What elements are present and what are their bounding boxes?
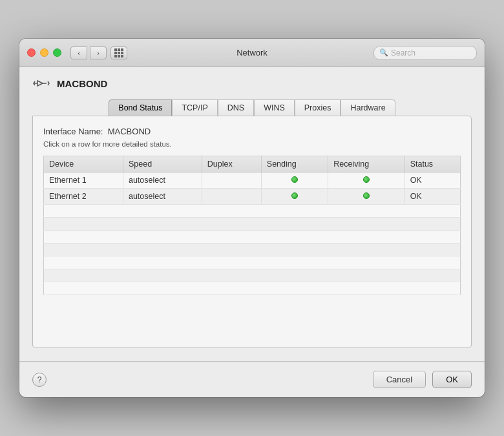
duplex-cell bbox=[202, 189, 261, 205]
tab-tcp-ip[interactable]: TCP/IP bbox=[172, 99, 217, 116]
empty-row bbox=[44, 244, 461, 256]
status-cell: OK bbox=[404, 172, 460, 189]
maximize-button[interactable] bbox=[53, 48, 61, 57]
empty-row bbox=[44, 282, 461, 295]
receiving-cell bbox=[328, 189, 404, 205]
cancel-button[interactable]: Cancel bbox=[373, 371, 426, 388]
main-window: ‹ › Network 🔍 Search bbox=[19, 39, 485, 397]
forward-button[interactable]: › bbox=[90, 47, 107, 59]
titlebar: ‹ › Network 🔍 Search bbox=[19, 39, 485, 67]
table-header-row: Device Speed Duplex Sending Receiving St… bbox=[44, 156, 461, 172]
tab-wins[interactable]: WINS bbox=[254, 99, 295, 116]
interface-header: MACBOND bbox=[32, 78, 472, 89]
search-placeholder: Search bbox=[391, 48, 415, 57]
svg-marker-0 bbox=[37, 81, 43, 86]
interface-name: MACBOND bbox=[57, 78, 107, 89]
receiving-indicator bbox=[363, 192, 370, 199]
nav-buttons: ‹ › bbox=[70, 47, 107, 59]
table-row[interactable]: Ethernet 1 autoselect OK bbox=[44, 172, 461, 189]
empty-row bbox=[44, 231, 461, 244]
sending-cell bbox=[261, 172, 328, 189]
sending-cell bbox=[261, 189, 328, 205]
close-button[interactable] bbox=[27, 48, 36, 57]
ok-button[interactable]: OK bbox=[432, 371, 472, 388]
panel: Interface Name: MACBOND Click on a row f… bbox=[32, 116, 472, 348]
speed-cell: autoselect bbox=[123, 189, 202, 205]
sending-indicator bbox=[291, 176, 298, 183]
col-status: Status bbox=[404, 156, 460, 172]
sending-indicator bbox=[291, 192, 298, 199]
table-row[interactable]: Ethernet 2 autoselect OK bbox=[44, 189, 461, 205]
search-box[interactable]: 🔍 Search bbox=[373, 46, 477, 60]
col-speed: Speed bbox=[123, 156, 202, 172]
interface-value: MACBOND bbox=[108, 127, 151, 136]
tab-bar: Bond Status TCP/IP DNS WINS Proxies Hard… bbox=[32, 99, 472, 116]
back-button[interactable]: ‹ bbox=[70, 47, 87, 59]
receiving-cell bbox=[328, 172, 404, 189]
receiving-indicator bbox=[363, 176, 370, 183]
duplex-cell bbox=[202, 172, 261, 189]
panel-instruction: Click on a row for more detailed status. bbox=[43, 140, 461, 148]
speed-cell: autoselect bbox=[123, 172, 202, 189]
status-cell: OK bbox=[404, 189, 460, 205]
interface-label: Interface Name: bbox=[43, 127, 103, 136]
traffic-lights bbox=[27, 48, 61, 57]
window-title: Network bbox=[236, 48, 268, 57]
minimize-button[interactable] bbox=[40, 48, 48, 57]
tab-proxies[interactable]: Proxies bbox=[295, 99, 341, 116]
col-sending: Sending bbox=[261, 156, 328, 172]
device-cell: Ethernet 2 bbox=[44, 189, 123, 205]
footer-buttons: Cancel OK bbox=[373, 371, 472, 388]
content-area: MACBOND Bond Status TCP/IP DNS WINS Prox… bbox=[19, 67, 485, 361]
empty-row bbox=[44, 218, 461, 231]
tab-bond-status[interactable]: Bond Status bbox=[109, 99, 172, 116]
empty-row bbox=[44, 256, 461, 269]
interface-label-line: Interface Name: MACBOND bbox=[43, 127, 461, 136]
footer: ? Cancel OK bbox=[19, 361, 485, 397]
col-receiving: Receiving bbox=[328, 156, 404, 172]
tab-dns[interactable]: DNS bbox=[218, 99, 254, 116]
tab-hardware[interactable]: Hardware bbox=[341, 99, 395, 116]
col-device: Device bbox=[44, 156, 123, 172]
empty-row bbox=[44, 269, 461, 282]
grid-button[interactable] bbox=[110, 47, 127, 59]
grid-icon bbox=[114, 48, 123, 57]
empty-row bbox=[44, 205, 461, 218]
bond-icon bbox=[32, 78, 50, 89]
col-duplex: Duplex bbox=[202, 156, 261, 172]
help-button[interactable]: ? bbox=[32, 373, 47, 387]
search-icon: 🔍 bbox=[379, 48, 388, 57]
bond-table: Device Speed Duplex Sending Receiving St… bbox=[43, 156, 461, 295]
device-cell: Ethernet 1 bbox=[44, 172, 123, 189]
